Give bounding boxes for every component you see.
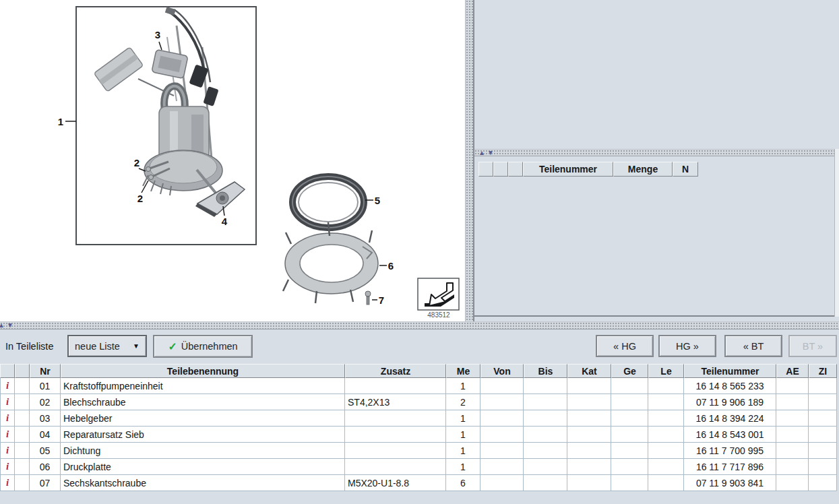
cell-zusatz: M5X20-U1-8.8 bbox=[345, 475, 446, 491]
column-header-teilenummer: Teilenummer bbox=[523, 162, 613, 177]
cell-me: 1 bbox=[446, 459, 480, 475]
callout-7[interactable]: 7 bbox=[379, 294, 384, 306]
cell-teilebenennung: Reparatursatz Sieb bbox=[61, 427, 345, 443]
drawing-number: 483512 bbox=[427, 311, 450, 319]
cell-me: 1 bbox=[446, 427, 480, 443]
cell-nr: 06 bbox=[30, 459, 61, 475]
info-icon[interactable]: i bbox=[0, 459, 15, 475]
info-icon[interactable]: i bbox=[0, 443, 15, 459]
column-header-le: Le bbox=[648, 364, 684, 378]
cell-nr: 02 bbox=[30, 394, 61, 410]
next-hg-button[interactable]: HG » bbox=[658, 335, 716, 357]
parts-list-panel: In Teileliste neue Liste ▼ ✓ Übernehmen … bbox=[0, 329, 839, 504]
prev-bt-button[interactable]: « BT bbox=[724, 335, 782, 357]
cell-zusatz bbox=[345, 443, 446, 459]
column-header-blank bbox=[508, 162, 523, 177]
next-bt-button-disabled: BT » bbox=[788, 335, 837, 357]
callout-4[interactable]: 4 bbox=[222, 216, 228, 227]
table-cell bbox=[15, 475, 30, 491]
cell-kat bbox=[567, 378, 611, 394]
callout-5[interactable]: 5 bbox=[375, 195, 380, 206]
cell-teilenummer: 16 11 7 717 896 bbox=[684, 459, 776, 475]
uebernehmen-label: Übernehmen bbox=[181, 341, 238, 352]
cell-bis bbox=[524, 443, 567, 459]
table-row[interactable]: i 04 Reparatursatz Sieb 1 16 14 8 543 00… bbox=[0, 427, 837, 443]
cell-kat bbox=[567, 475, 611, 491]
table-row[interactable]: i 07 Sechskantschraube M5X20-U1-8.8 6 07… bbox=[0, 475, 837, 491]
cell-ae bbox=[776, 394, 809, 410]
cell-ge bbox=[611, 378, 648, 394]
chevron-down-icon: ▼ bbox=[133, 342, 139, 350]
cell-ge bbox=[611, 427, 648, 443]
cell-teilenummer: 16 14 8 565 233 bbox=[684, 378, 776, 394]
info-icon[interactable]: i bbox=[0, 410, 15, 427]
column-header-blank bbox=[493, 162, 508, 177]
cell-teilebenennung: Kraftstoffpumpeneinheit bbox=[61, 378, 345, 394]
detail-view-empty bbox=[474, 0, 839, 149]
cell-kat bbox=[567, 394, 611, 410]
vertical-splitter[interactable] bbox=[465, 0, 474, 321]
table-row[interactable]: i 01 Kraftstoffpumpeneinheit 1 16 14 8 5… bbox=[0, 378, 837, 394]
table-cell bbox=[15, 443, 30, 459]
cell-me: 1 bbox=[446, 443, 480, 459]
scrollbar-track[interactable] bbox=[834, 149, 839, 317]
cell-teilebenennung: Druckplatte bbox=[61, 459, 345, 475]
cell-teilebenennung: Hebelgeber bbox=[61, 410, 345, 427]
cell-teilenummer: 07 11 9 903 841 bbox=[684, 475, 776, 491]
cell-von bbox=[480, 475, 524, 491]
cell-zusatz bbox=[345, 410, 446, 427]
exploded-view-drawing: 1 2 2 3 4 5 6 7 483512 bbox=[0, 0, 465, 321]
uebernehmen-button[interactable]: ✓ Übernehmen bbox=[153, 335, 253, 358]
info-icon[interactable]: i bbox=[0, 427, 15, 443]
table-row[interactable]: i 05 Dichtung 1 16 11 7 700 995 bbox=[0, 443, 837, 459]
collapse-up-icon[interactable]: ▲ bbox=[478, 150, 485, 156]
cell-von bbox=[480, 443, 524, 459]
collapse-down-icon[interactable]: ▼ bbox=[487, 150, 494, 156]
table-cell bbox=[15, 427, 30, 443]
collapse-down-icon[interactable]: ▼ bbox=[7, 322, 13, 329]
cell-bis bbox=[524, 427, 567, 443]
cell-teilebenennung: Sechskantschraube bbox=[61, 475, 345, 491]
main-horizontal-splitter[interactable]: ▲ ▼ bbox=[0, 321, 839, 329]
table-row[interactable]: i 06 Druckplatte 1 16 11 7 717 896 bbox=[0, 459, 837, 475]
callout-2b[interactable]: 2 bbox=[137, 193, 143, 204]
column-header-teilenummer: Teilenummer bbox=[684, 364, 776, 378]
collapse-up-icon[interactable]: ▲ bbox=[0, 322, 5, 329]
cell-teilenummer: 16 14 8 394 224 bbox=[684, 410, 776, 427]
cell-me: 1 bbox=[446, 378, 480, 394]
table-row[interactable]: i 02 Blechschraube ST4,2X13 2 07 11 9 90… bbox=[0, 394, 837, 410]
cell-zusatz bbox=[345, 378, 446, 394]
right-horizontal-splitter[interactable]: ▲ ▼ bbox=[474, 149, 839, 156]
cell-le bbox=[648, 427, 684, 443]
cell-ge bbox=[611, 410, 648, 427]
parts-list-dropdown[interactable]: neue Liste ▼ bbox=[67, 335, 147, 357]
cell-bis bbox=[524, 475, 567, 491]
cell-teilenummer: 16 11 7 700 995 bbox=[684, 443, 776, 459]
column-header-kat: Kat bbox=[567, 364, 611, 378]
callout-6[interactable]: 6 bbox=[388, 260, 394, 272]
cell-bis bbox=[524, 394, 567, 410]
cell-ge bbox=[611, 394, 648, 410]
callout-3[interactable]: 3 bbox=[155, 29, 160, 40]
cell-von bbox=[480, 459, 524, 475]
dropdown-value: neue Liste bbox=[75, 341, 120, 352]
info-icon[interactable]: i bbox=[0, 475, 15, 491]
cell-me: 6 bbox=[446, 475, 480, 491]
parts-table-header-row: Nr Teilebenennung Zusatz Me Von Bis Kat … bbox=[0, 364, 837, 378]
column-header-info bbox=[0, 364, 15, 378]
cell-von bbox=[480, 394, 524, 410]
prev-hg-button[interactable]: « HG bbox=[596, 335, 654, 357]
callout-1[interactable]: 1 bbox=[58, 116, 63, 127]
callout-2a[interactable]: 2 bbox=[134, 157, 139, 168]
table-row[interactable]: i 03 Hebelgeber 1 16 14 8 394 224 bbox=[0, 410, 837, 427]
info-icon[interactable]: i bbox=[0, 378, 15, 394]
info-icon[interactable]: i bbox=[0, 394, 15, 410]
column-header-me: Me bbox=[446, 364, 480, 378]
cell-le bbox=[648, 443, 684, 459]
table-cell bbox=[15, 394, 30, 410]
right-panel: ▲ ▼ Teilenummer Menge N bbox=[474, 0, 839, 321]
cell-bis bbox=[524, 459, 567, 475]
table-cell bbox=[15, 410, 30, 427]
cell-zi bbox=[809, 427, 837, 443]
diagram-panel: 1 2 2 3 4 5 6 7 483512 bbox=[0, 0, 465, 321]
